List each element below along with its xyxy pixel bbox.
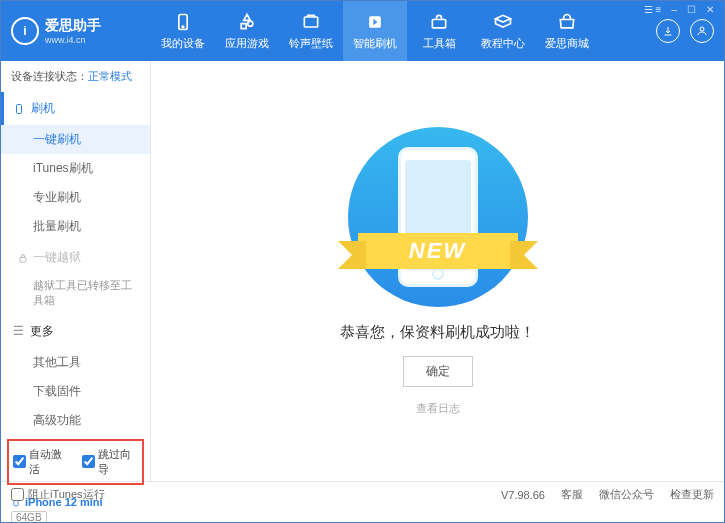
sidebar-item-itunes-flash[interactable]: iTunes刷机 [1, 154, 150, 183]
download-icon [662, 25, 674, 37]
svg-point-1 [182, 26, 184, 28]
ribbon-text: NEW [358, 233, 518, 269]
header-right [656, 19, 714, 43]
flash-icon [365, 12, 385, 32]
svg-rect-6 [17, 104, 22, 113]
nav-ringtone-wallpaper[interactable]: 铃声壁纸 [279, 1, 343, 61]
checkbox-input[interactable] [13, 455, 26, 468]
sidebar-header-more[interactable]: ☰ 更多 [1, 315, 150, 348]
nav-label: 教程中心 [481, 36, 525, 51]
sidebar-item-advanced[interactable]: 高级功能 [1, 406, 150, 435]
customer-service-link[interactable]: 客服 [561, 487, 583, 502]
sidebar-header-label: 更多 [30, 323, 54, 340]
main-content: NEW 恭喜您，保资料刷机成功啦！ 确定 查看日志 [151, 61, 724, 481]
success-message: 恭喜您，保资料刷机成功啦！ [340, 323, 535, 342]
checkbox-row: 自动激活 跳过向导 [7, 439, 144, 485]
nav-tutorials[interactable]: 教程中心 [471, 1, 535, 61]
svg-rect-7 [20, 257, 26, 262]
checkbox-input[interactable] [11, 488, 24, 501]
window-close-icon[interactable]: ✕ [703, 4, 717, 15]
logo-icon: i [11, 17, 39, 45]
sidebar-header-label: 刷机 [31, 100, 55, 117]
checkbox-input[interactable] [82, 455, 95, 468]
apps-icon [237, 12, 257, 32]
nav-store[interactable]: 爱思商城 [535, 1, 599, 61]
list-icon: ☰ [13, 324, 24, 338]
new-ribbon: NEW [338, 233, 538, 277]
nav-label: 铃声壁纸 [289, 36, 333, 51]
nav-smart-flash[interactable]: 智能刷机 [343, 1, 407, 61]
phone-icon [173, 12, 193, 32]
svg-point-5 [700, 27, 704, 31]
toolbox-icon [429, 12, 449, 32]
logo-area: i 爱思助手 www.i4.cn [11, 17, 151, 45]
nav-label: 爱思商城 [545, 36, 589, 51]
sidebar-header-jailbreak[interactable]: 一键越狱 [1, 241, 150, 274]
sidebar-item-oneclick-flash[interactable]: 一键刷机 [1, 125, 150, 154]
nav-label: 应用游戏 [225, 36, 269, 51]
svg-rect-4 [432, 19, 445, 27]
success-illustration: NEW [338, 127, 538, 307]
connection-status: 设备连接状态：正常模式 [1, 61, 150, 92]
window-minimize-icon[interactable]: – [668, 4, 680, 15]
wallpaper-icon [301, 12, 321, 32]
conn-status-value: 正常模式 [88, 70, 132, 82]
wechat-link[interactable]: 微信公众号 [599, 487, 654, 502]
app-title: 爱思助手 [45, 17, 101, 35]
header: i 爱思助手 www.i4.cn 我的设备 应用游戏 铃声壁纸 智能刷机 工具箱 [1, 1, 724, 61]
view-log-link[interactable]: 查看日志 [416, 401, 460, 416]
sidebar-item-pro-flash[interactable]: 专业刷机 [1, 183, 150, 212]
nav-label: 我的设备 [161, 36, 205, 51]
check-update-link[interactable]: 检查更新 [670, 487, 714, 502]
user-button[interactable] [690, 19, 714, 43]
download-button[interactable] [656, 19, 680, 43]
sidebar: 设备连接状态：正常模式 刷机 一键刷机 iTunes刷机 专业刷机 批量刷机 一… [1, 61, 151, 481]
nav-label: 智能刷机 [353, 36, 397, 51]
window-menu-icon[interactable]: ☰ ≡ [641, 4, 665, 15]
sidebar-item-download-firmware[interactable]: 下载固件 [1, 377, 150, 406]
jailbreak-note: 越狱工具已转移至工具箱 [1, 274, 150, 315]
nav-my-device[interactable]: 我的设备 [151, 1, 215, 61]
window-maximize-icon[interactable]: ☐ [684, 4, 699, 15]
version-text: V7.98.66 [501, 489, 545, 501]
block-itunes-checkbox[interactable]: 阻止iTunes运行 [11, 487, 105, 502]
checkbox-auto-activate[interactable]: 自动激活 [13, 447, 70, 477]
nav-toolbox[interactable]: 工具箱 [407, 1, 471, 61]
confirm-button[interactable]: 确定 [403, 356, 473, 387]
phone-small-icon [13, 103, 25, 115]
checkbox-label: 自动激活 [29, 447, 70, 477]
sidebar-header-flash[interactable]: 刷机 [1, 92, 150, 125]
sidebar-header-label: 一键越狱 [33, 249, 81, 266]
checkbox-label: 阻止iTunes运行 [28, 487, 105, 502]
sidebar-item-other-tools[interactable]: 其他工具 [1, 348, 150, 377]
nav-apps-games[interactable]: 应用游戏 [215, 1, 279, 61]
tutorial-icon [493, 12, 513, 32]
nav-label: 工具箱 [423, 36, 456, 51]
conn-label: 设备连接状态： [11, 70, 88, 82]
checkbox-skip-guide[interactable]: 跳过向导 [82, 447, 139, 477]
top-nav: 我的设备 应用游戏 铃声壁纸 智能刷机 工具箱 教程中心 爱思商城 [151, 1, 656, 61]
window-controls: ☰ ≡ – ☐ ✕ [641, 4, 717, 15]
lock-icon [17, 252, 29, 264]
device-storage-badge: 64GB [11, 511, 47, 523]
user-icon [696, 25, 708, 37]
sidebar-item-batch-flash[interactable]: 批量刷机 [1, 212, 150, 241]
checkbox-label: 跳过向导 [98, 447, 139, 477]
svg-rect-2 [304, 17, 317, 27]
store-icon [557, 12, 577, 32]
app-url: www.i4.cn [45, 35, 101, 45]
